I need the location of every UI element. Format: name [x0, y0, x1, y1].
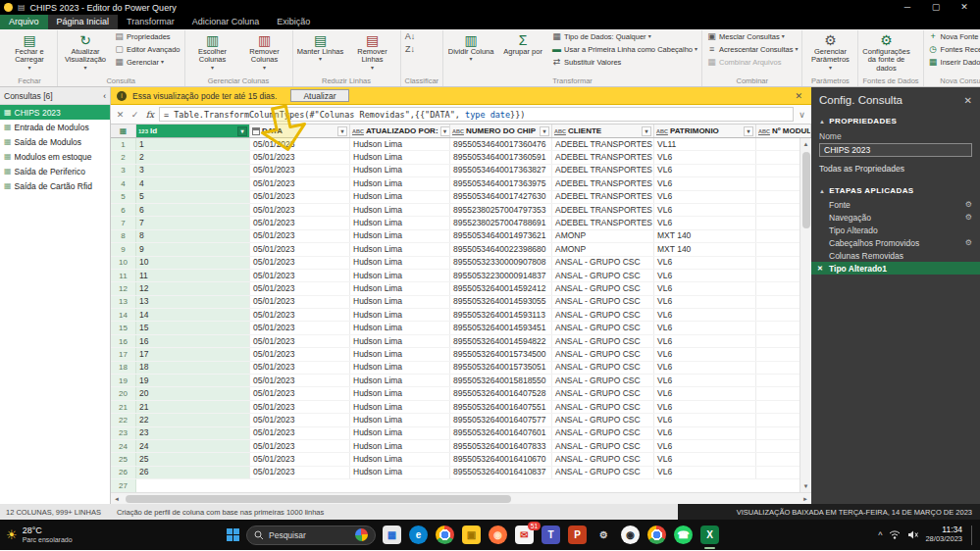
- table-cell[interactable]: VL6: [654, 165, 756, 177]
- close-button[interactable]: ✕: [953, 0, 976, 15]
- refresh-preview-button[interactable]: Atualizar: [290, 89, 348, 102]
- remover-linhas-button[interactable]: ▤Remover Linhas▾: [347, 30, 398, 74]
- table-cell[interactable]: Hudson Lima: [350, 165, 450, 177]
- table-cell[interactable]: 20: [136, 387, 250, 400]
- query-item[interactable]: ▦Modulos em estoque: [0, 149, 110, 164]
- table-cell[interactable]: 05/01/2023: [250, 467, 350, 479]
- row-number[interactable]: 22: [111, 414, 136, 426]
- scroll-left-icon[interactable]: ◄: [111, 494, 123, 504]
- usar-primeira-linha-como-cabecalho-button[interactable]: ▬Usar a Primeira Linha como Cabeçalho▾: [549, 43, 699, 56]
- table-cell[interactable]: Hudson Lima: [350, 217, 450, 229]
- table-cell[interactable]: ANSAL - GRUPO CSC: [552, 296, 654, 309]
- firefox-icon[interactable]: ◉: [489, 526, 507, 544]
- manter-linhas-button[interactable]: ▤Manter Linhas▾: [295, 30, 346, 65]
- table-cell[interactable]: VL6: [654, 467, 756, 479]
- table-cell[interactable]: 05/01/2023: [250, 138, 350, 151]
- table-cell[interactable]: 05/01/2023: [250, 375, 350, 387]
- row-number[interactable]: 13: [111, 296, 136, 309]
- acrescentar-consultas-button[interactable]: ≡Acrescentar Consultas▾: [704, 43, 799, 56]
- start-button[interactable]: [227, 528, 239, 541]
- classificar-decrescente-button[interactable]: Z↓: [403, 43, 418, 56]
- table-cell[interactable]: Hudson Lima: [350, 453, 450, 466]
- table-cell[interactable]: VL6: [654, 362, 756, 375]
- column-header[interactable]: ABCNUMERO DO CHIP▾: [450, 125, 552, 137]
- table-cell[interactable]: Hudson Lima: [350, 309, 450, 322]
- table-cell[interactable]: ADEBEL TRANSPORTES: [552, 204, 654, 217]
- query-item[interactable]: ▦Saída de Periferico: [0, 164, 110, 178]
- table-cell[interactable]: 05/01/2023: [250, 427, 350, 440]
- mesclar-consultas-button[interactable]: ▣Mesclar Consultas▾: [704, 30, 799, 43]
- vertical-scrollbar[interactable]: ▲ ▼: [799, 138, 811, 492]
- query-item[interactable]: ▦Saída de Modulos: [0, 134, 110, 149]
- table-cell[interactable]: VL6: [654, 309, 756, 322]
- column-header[interactable]: ABCCLIENTE▾: [552, 125, 654, 137]
- tipo-de-dados-button[interactable]: ▦Tipo de Dados: Qualquer▾: [549, 30, 699, 43]
- query-item[interactable]: ▦Entrada de Modulos: [0, 120, 110, 134]
- table-cell[interactable]: Hudson Lima: [350, 375, 450, 387]
- edge-icon[interactable]: e: [409, 526, 428, 544]
- table-cell[interactable]: Hudson Lima: [350, 296, 450, 309]
- table-cell[interactable]: 05/01/2023: [250, 322, 350, 334]
- table-cell[interactable]: VL6: [654, 401, 756, 414]
- table-cell[interactable]: 89550532640016407577: [450, 414, 552, 426]
- combinar-arquivos-button[interactable]: ▦Combinar Arquivos: [704, 56, 799, 69]
- applied-step[interactable]: Tipo Alterado: [811, 224, 980, 236]
- column-header[interactable]: ABCPATRIMONIO▾: [654, 125, 756, 137]
- maximize-button[interactable]: ▢: [924, 0, 948, 15]
- table-cell[interactable]: 24: [136, 440, 250, 453]
- table-cell[interactable]: 5: [136, 191, 250, 204]
- column-header[interactable]: 123Id▾: [136, 125, 250, 137]
- table-cell[interactable]: Hudson Lima: [350, 348, 450, 361]
- filter-icon[interactable]: ▾: [237, 126, 247, 136]
- dividir-coluna-button[interactable]: ▥Dividir Coluna▾: [445, 30, 496, 65]
- table-cell[interactable]: 05/01/2023: [250, 401, 350, 414]
- row-number[interactable]: 21: [111, 401, 136, 414]
- table-cell[interactable]: 89550532640014594822: [450, 335, 552, 348]
- table-cell[interactable]: 89550532640016407528: [450, 387, 552, 400]
- table-cell[interactable]: AMONP: [552, 243, 654, 256]
- table-cell[interactable]: 05/01/2023: [250, 270, 350, 282]
- row-number[interactable]: 16: [111, 335, 136, 348]
- table-cell[interactable]: 14: [136, 309, 250, 322]
- row-number[interactable]: 12: [111, 282, 136, 295]
- table-cell[interactable]: 22: [136, 414, 250, 426]
- confirm-formula-icon[interactable]: ✓: [129, 110, 141, 120]
- table-cell[interactable]: Hudson Lima: [350, 257, 450, 270]
- table-cell[interactable]: 05/01/2023: [250, 348, 350, 361]
- nova-fonte-button[interactable]: +Nova Fonte▾: [926, 30, 980, 43]
- table-cell[interactable]: VL6: [654, 440, 756, 453]
- tab-adicionar-coluna[interactable]: Adicionar Coluna: [183, 15, 269, 29]
- settings-icon[interactable]: ⚙: [594, 526, 613, 544]
- delete-step-icon[interactable]: ✕: [817, 265, 827, 273]
- table-cell[interactable]: Hudson Lima: [350, 467, 450, 479]
- table-cell[interactable]: ANSAL - GRUPO CSC: [552, 467, 654, 479]
- table-cell[interactable]: 89550532640016407601: [450, 427, 552, 440]
- vertical-scroll-thumb[interactable]: [802, 152, 810, 228]
- table-cell[interactable]: Hudson Lima: [350, 362, 450, 375]
- table-cell[interactable]: 89550534640017360591: [450, 151, 552, 164]
- row-number[interactable]: 6: [111, 204, 136, 217]
- scroll-down-icon[interactable]: ▼: [803, 480, 809, 492]
- table-cell[interactable]: 89550532640014593113: [450, 309, 552, 322]
- table-cell[interactable]: Hudson Lima: [350, 151, 450, 164]
- table-cell[interactable]: 26: [136, 467, 250, 479]
- table-cell[interactable]: AMONP: [552, 230, 654, 243]
- step-settings-gear-icon[interactable]: ⚙: [965, 213, 972, 222]
- table-cell[interactable]: 89550532640014593451: [450, 322, 552, 334]
- powerpoint-icon[interactable]: P: [568, 526, 587, 544]
- table-cell[interactable]: VL6: [654, 151, 756, 164]
- table-cell[interactable]: ANSAL - GRUPO CSC: [552, 322, 654, 334]
- browser-profile-icon[interactable]: [647, 526, 666, 544]
- table-cell[interactable]: Hudson Lima: [350, 414, 450, 426]
- excel-icon[interactable]: X: [700, 526, 719, 544]
- table-cell[interactable]: 89552380257004797353: [450, 204, 552, 217]
- step-settings-gear-icon[interactable]: ⚙: [965, 200, 972, 209]
- table-cell[interactable]: 1: [136, 138, 250, 151]
- table-cell[interactable]: 89550532640015734500: [450, 348, 552, 361]
- chrome-icon[interactable]: [436, 526, 454, 544]
- query-item[interactable]: ▦CHIPS 2023: [0, 105, 110, 120]
- row-number[interactable]: 11: [111, 270, 136, 282]
- table-cell[interactable]: Hudson Lima: [350, 427, 450, 440]
- widgets-icon[interactable]: ▦: [383, 526, 401, 544]
- table-cell[interactable]: 89550532640016410837: [450, 467, 552, 479]
